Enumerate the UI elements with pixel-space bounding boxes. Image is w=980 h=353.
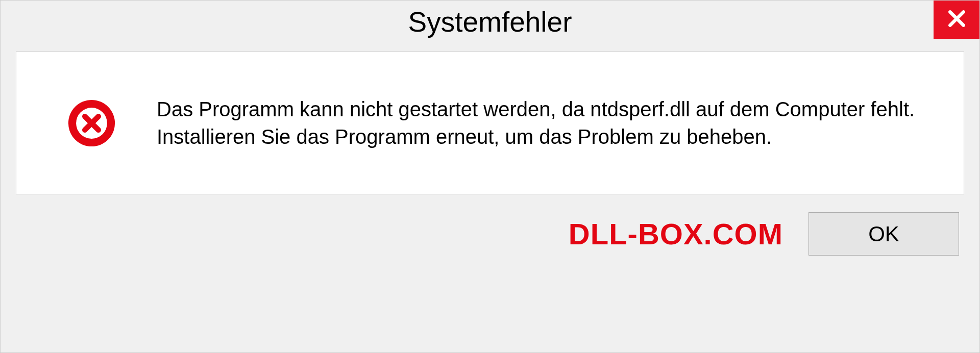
ok-button[interactable]: OK — [808, 212, 959, 256]
content-panel: Das Programm kann nicht gestartet werden… — [16, 52, 964, 194]
dialog-title: Systemfehler — [408, 6, 572, 38]
dialog-footer: DLL-BOX.COM OK — [1, 205, 979, 271]
error-message: Das Programm kann nicht gestartet werden… — [157, 95, 933, 150]
close-button[interactable] — [934, 1, 979, 39]
watermark-text: DLL-BOX.COM — [569, 217, 783, 251]
titlebar: Systemfehler — [1, 1, 979, 46]
error-icon — [67, 99, 116, 147]
close-icon — [945, 7, 968, 32]
error-dialog: Systemfehler Das Programm kann nicht ges… — [0, 0, 980, 353]
ok-button-label: OK — [868, 222, 899, 246]
